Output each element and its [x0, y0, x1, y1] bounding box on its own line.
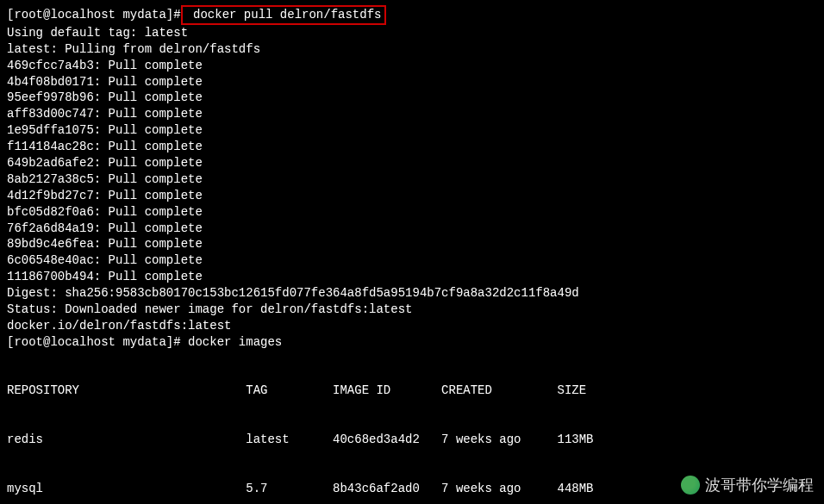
- table-header: REPOSITORY TAG IMAGE ID CREATED SIZE: [7, 383, 817, 399]
- output-line: docker.io/delron/fastdfs:latest: [7, 318, 817, 334]
- output-line: 6c06548e40ac: Pull complete: [7, 252, 817, 269]
- output-line: Digest: sha256:9583cb80170c153bc12615fd0…: [7, 285, 817, 302]
- docker-pull-cmd-highlight: docker pull delron/fastdfs: [181, 5, 387, 25]
- wechat-icon: [681, 476, 700, 495]
- output-line: 89bd9c4e6fea: Pull complete: [7, 236, 817, 252]
- table-row: redis latest 40c68ed3a4d2 7 weeks ago 11…: [7, 432, 817, 448]
- watermark-text: 波哥带你学编程: [705, 475, 814, 495]
- output-line: 469cfcc7a4b3: Pull complete: [7, 58, 817, 74]
- output-line: f114184ac28c: Pull complete: [7, 139, 817, 155]
- output-line: aff83d00c747: Pull complete: [7, 106, 817, 122]
- output-line: Using default tag: latest: [7, 25, 817, 41]
- watermark: 波哥带你学编程: [681, 475, 814, 495]
- output-line: 11186700b494: Pull complete: [7, 269, 817, 285]
- output-line: 76f2a6d84a19: Pull complete: [7, 221, 817, 237]
- output-line: Status: Downloaded newer image for delro…: [7, 302, 817, 318]
- output-line: 4b4f08bd0171: Pull complete: [7, 74, 817, 90]
- prompt-prefix: [root@localhost mydata]#: [7, 8, 181, 22]
- docker-images-cmd: docker images: [181, 335, 283, 349]
- output-line: latest: Pulling from delron/fastdfs: [7, 41, 817, 58]
- prompt-line-2: [root@localhost mydata]# docker images: [7, 334, 817, 351]
- output-line: 95eef9978b96: Pull complete: [7, 90, 817, 106]
- prompt-line-1: [root@localhost mydata]# docker pull del…: [7, 5, 817, 25]
- output-line: 649b2ad6afe2: Pull complete: [7, 155, 817, 171]
- pull-output-block: Using default tag: latest latest: Pullin…: [7, 25, 817, 334]
- output-line: 8ab2127a38c5: Pull complete: [7, 171, 817, 188]
- output-line: 4d12f9bd27c7: Pull complete: [7, 188, 817, 204]
- prompt-prefix: [root@localhost mydata]#: [7, 335, 181, 349]
- output-line: 1e95dffa1075: Pull complete: [7, 122, 817, 139]
- output-line: bfc05d82f0a6: Pull complete: [7, 204, 817, 221]
